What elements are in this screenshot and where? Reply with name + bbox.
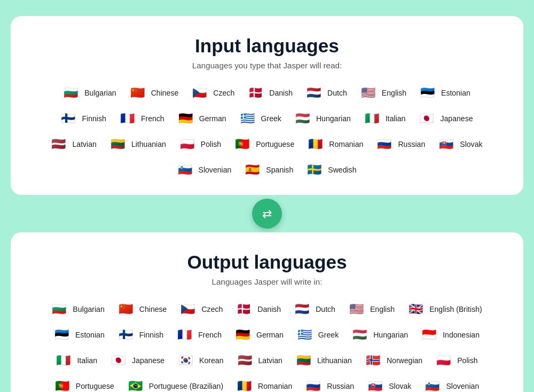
list-item: 🇩🇪German — [231, 327, 288, 343]
language-name: Greek — [318, 331, 339, 339]
input-title: Input languages — [32, 35, 502, 57]
language-name: Latvian — [72, 140, 96, 148]
language-name: Estonian — [441, 89, 470, 97]
language-name: Czech — [213, 89, 234, 97]
list-item: 🇱🇹Lithuanian — [106, 136, 170, 152]
list-item: 🇭🇺Hungarian — [348, 327, 412, 343]
flag-icon: 🇷🇺 — [377, 138, 394, 150]
list-item: 🇱🇻Latvian — [233, 352, 287, 369]
output-title: Output languages — [32, 252, 502, 273]
language-name: Portuguese — [256, 140, 294, 148]
list-item: 🇳🇱Dutch — [290, 301, 340, 317]
list-item: 🇮🇩Indonesian — [418, 327, 484, 343]
flag-icon: 🇸🇰 — [439, 138, 456, 150]
list-item: 🇸🇮Slovenian — [421, 378, 483, 392]
flag-icon: 🇰🇷 — [178, 355, 195, 366]
input-language-grid: 🇧🇬Bulgarian🇨🇳Chinese🇨🇿Czech🇩🇰Danish🇳🇱Dut… — [32, 85, 502, 178]
list-item: 🇬🇷Greek — [236, 111, 286, 127]
flag-icon: 🇸🇰 — [368, 380, 385, 392]
language-name: Italian — [386, 114, 406, 123]
flag-icon: 🇳🇱 — [295, 303, 312, 315]
language-name: Russian — [398, 140, 425, 148]
flag-icon: 🇪🇪 — [420, 87, 437, 99]
language-name: Lithuanian — [317, 356, 352, 365]
language-name: Latvian — [258, 356, 282, 365]
language-name: Lithuanian — [131, 140, 166, 148]
flag-icon: 🇩🇪 — [178, 113, 195, 124]
list-item: 🇳🇴Norwegian — [362, 352, 427, 369]
list-item: 🇫🇮Finnish — [114, 327, 168, 343]
language-name: Czech — [201, 305, 223, 313]
flag-icon: 🇱🇻 — [238, 355, 255, 366]
language-name: Slovenian — [446, 382, 479, 390]
language-name: Danish — [269, 89, 293, 97]
output-language-grid: 🇧🇬Bulgarian🇨🇳Chinese🇨🇿Czech🇩🇰Danish🇳🇱Dut… — [32, 301, 502, 392]
list-item: 🇸🇰Slovak — [364, 378, 415, 392]
flag-icon: 🇷🇴 — [308, 138, 325, 150]
flag-icon: 🇭🇺 — [352, 329, 370, 341]
language-name: Dutch — [316, 305, 335, 313]
list-item: 🇩🇰Danish — [232, 301, 285, 317]
flag-icon: 🇺🇸 — [349, 303, 366, 315]
language-name: Finnish — [139, 331, 163, 339]
flag-icon: 🇨🇳 — [130, 87, 147, 99]
list-item: 🇷🇴Romanian — [304, 136, 367, 152]
list-item: 🇪🇪Estonian — [50, 327, 109, 343]
flag-icon: 🇫🇷 — [120, 113, 137, 124]
language-name: Japanese — [440, 114, 473, 123]
flag-icon: 🇫🇮 — [61, 113, 78, 124]
flag-icon: 🇳🇴 — [366, 355, 383, 366]
language-name: German — [199, 114, 226, 123]
flag-icon: 🇱🇹 — [296, 355, 313, 366]
list-item: 🇯🇵Japanese — [415, 111, 477, 127]
flag-icon: 🇧🇬 — [64, 87, 81, 99]
list-item: 🇮🇹Italian — [52, 352, 101, 369]
list-item: 🇬🇧English (British) — [404, 301, 486, 317]
language-name: Finnish — [82, 114, 106, 123]
list-item: 🇮🇹Italian — [360, 111, 410, 127]
language-name: Slovak — [389, 382, 411, 390]
list-item: 🇵🇹Portuguese — [51, 378, 119, 392]
list-item: 🇬🇷Greek — [293, 327, 343, 343]
list-item: 🇸🇪Swedish — [303, 162, 360, 178]
flag-icon: 🇩🇰 — [248, 87, 265, 99]
language-name: Romanian — [329, 140, 363, 148]
list-item: 🇳🇱Dutch — [302, 85, 351, 101]
flag-icon: 🇺🇸 — [361, 87, 378, 99]
language-name: Polish — [201, 140, 221, 148]
flag-icon: 🇷🇺 — [306, 380, 323, 392]
language-name: Japanese — [132, 356, 164, 365]
list-item: 🇨🇿Czech — [176, 301, 227, 317]
list-item: 🇫🇮Finnish — [57, 111, 110, 127]
list-item: 🇧🇬Bulgarian — [59, 85, 120, 101]
flag-icon: 🇩🇪 — [235, 329, 253, 341]
flag-icon: 🇵🇱 — [436, 355, 453, 366]
list-item: 🇷🇴Romanian — [233, 378, 296, 392]
swap-separator: ⇄ — [252, 195, 282, 232]
swap-button[interactable]: ⇄ — [252, 199, 282, 229]
language-name: Estonian — [75, 331, 105, 339]
list-item: 🇫🇷French — [116, 111, 169, 127]
language-name: Slovak — [460, 140, 482, 148]
language-name: German — [256, 331, 284, 339]
language-name: French — [198, 331, 222, 339]
flag-icon: 🇸🇮 — [425, 380, 442, 392]
flag-icon: 🇮🇹 — [365, 113, 382, 124]
language-name: Portuguese (Brazilian) — [149, 382, 223, 390]
list-item: 🇷🇺Russian — [302, 378, 358, 392]
flag-icon: 🇮🇹 — [56, 355, 73, 366]
list-item: 🇺🇸English — [345, 301, 399, 317]
flag-icon: 🇯🇵 — [111, 355, 128, 366]
list-item: 🇱🇹Lithuanian — [292, 352, 356, 369]
language-name: Danish — [257, 305, 281, 313]
flag-icon: 🇫🇷 — [177, 329, 194, 341]
flag-icon: 🇵🇹 — [235, 138, 252, 150]
language-name: Italian — [77, 356, 97, 365]
list-item: 🇨🇳Chinese — [114, 301, 171, 317]
language-name: Russian — [327, 382, 354, 390]
swap-icon: ⇄ — [262, 207, 272, 221]
flag-icon: 🇬🇧 — [409, 303, 426, 315]
language-name: Bulgarian — [84, 89, 116, 97]
list-item: 🇵🇱Polish — [432, 352, 482, 369]
language-name: French — [141, 114, 164, 123]
